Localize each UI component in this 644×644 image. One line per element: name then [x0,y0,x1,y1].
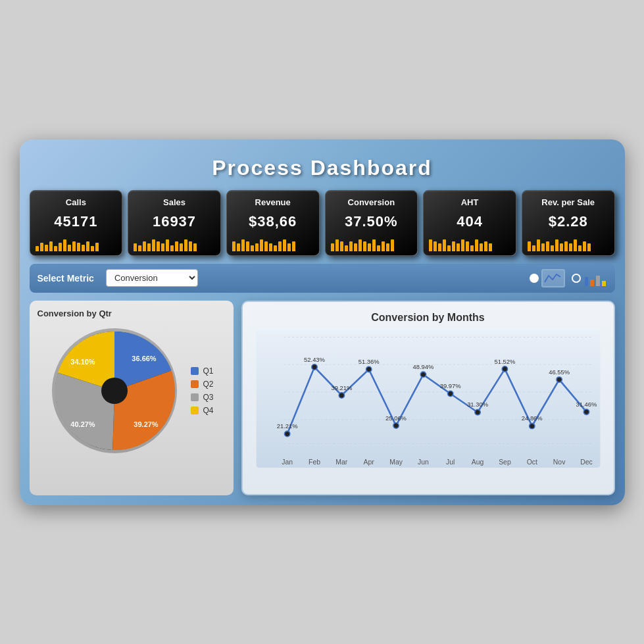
month-label: Apr [363,458,374,465]
sparkline-bar [569,243,572,251]
sparkline-bar [537,239,540,251]
bottom-row: Conversion by Qtr [30,301,615,495]
sparkline-bar [377,245,380,251]
line-chart-svg: 21.21%Jan52.43%Feb39.21%Mar51.36%Apr25.0… [253,330,604,482]
sparkline-bar [541,243,545,251]
sparkline-bar [532,245,535,251]
sparkline-bar [484,241,487,251]
sparkline-bar [68,245,71,251]
sparkline-bar [560,243,563,251]
kpi-sparkline-aht [429,237,510,251]
sparkline-bar [175,241,178,251]
legend-item-Q2: Q2 [191,380,213,389]
sparkline-bar [152,239,155,251]
sparkline-bar [335,239,339,251]
sparkline-bar [255,243,259,251]
legend-item-Q4: Q4 [191,406,213,415]
sparkline-bar [95,243,99,251]
kpi-card-aht: AHT404 [423,190,516,256]
sparkline-bar [363,241,366,251]
kpi-value-aht: 404 [429,213,510,230]
kpi-card-calls: Calls45171 [30,190,123,256]
sparkline-bar [386,243,389,251]
kpi-card-rev-per-sale: Rev. per Sale$2.28 [522,190,615,256]
sparkline-bar [40,243,43,251]
sparkline-bar [237,243,240,251]
sparkline-bar [587,243,591,251]
sparkline-bar [63,239,66,251]
pie-svg: 36.66% 39.27% 40.27% 34.10% [49,325,180,457]
sparkline-bar [143,241,146,251]
svg-text:36.66%: 36.66% [132,355,157,362]
data-label: 39.21% [331,384,352,391]
kpi-card-conversion: Conversion37.50% [325,190,418,256]
sparkline-bar [278,241,282,251]
sparkline-bar [546,241,549,251]
sparkline-bar [583,241,586,251]
bar-chart-radio[interactable] [572,269,607,287]
sparkline-bar [54,246,57,251]
legend-color [191,393,199,401]
kpi-label-aht: AHT [429,197,510,207]
sparkline-bar [564,241,568,251]
kpi-card-revenue: Revenue$38,66 [226,190,320,256]
legend-color [191,380,199,388]
kpi-value-rev-per-sale: $2.28 [528,213,609,230]
dashboard-title: Process Dashboard [30,149,615,190]
sparkline-bar [466,241,469,251]
pie-chart-title: Conversion by Qtr [37,309,226,318]
sparkline-bar [193,243,197,251]
data-label: 52.43% [304,355,325,362]
chart-type-controls [530,269,607,287]
sparkline-bar [189,241,192,251]
sparkline-bar [147,243,151,251]
sparkline-bar [438,243,441,251]
kpi-label-rev-per-sale: Rev. per Sale [528,197,609,207]
pie-container: 36.66% 39.27% 40.27% 34.10% Q1Q2Q3Q4 [37,325,226,457]
sparkline-bar [391,239,394,251]
data-point [393,422,398,428]
sparkline-bar [59,243,62,251]
sparkline-bar [157,241,160,251]
sparkline-bar [443,239,446,251]
line-radio-indicator [530,274,539,283]
data-point [556,376,561,382]
kpi-sparkline-rev-per-sale [528,237,609,251]
month-label: Jun [417,458,428,465]
data-label: 46.55% [549,368,570,375]
data-point [420,372,426,377]
kpi-sparkline-calls [36,237,117,251]
data-label: 51.36% [358,358,379,365]
sparkline-bar [452,241,455,251]
sparkline-bar [447,245,451,251]
line-chart-section: Conversion by Months 21.21%Jan52.43%Feb3 [241,301,615,495]
kpi-sparkline-revenue [232,237,314,251]
data-label: 21.21% [276,422,297,430]
sparkline-bar [345,245,348,251]
kpi-value-conversion: 37.50% [331,213,412,230]
sparkline-bar [433,241,437,251]
sparkline-bar [489,243,492,251]
sparkline-bar [292,241,295,251]
data-point [311,364,316,369]
kpi-label-calls: Calls [36,197,117,207]
kpi-label-sales: Sales [134,197,215,207]
data-point [366,366,371,372]
pie-chart-area: 36.66% 39.27% 40.27% 34.10% [49,325,180,457]
kpi-sparkline-conversion [331,237,412,251]
select-metric-label: Select Metric [37,273,94,284]
kpi-value-calls: 45171 [36,213,117,230]
legend-label: Q2 [203,380,213,389]
sparkline-bar [180,243,183,251]
kpi-label-revenue: Revenue [232,197,314,207]
line-chart-radio[interactable] [530,269,565,287]
data-label: 24.86% [521,414,542,422]
sparkline-bar [251,245,254,251]
month-label: Mar [335,458,347,465]
svg-text:40.27%: 40.27% [71,420,96,428]
sparkline-bar [528,241,531,251]
sparkline-bar [36,246,39,251]
svg-point-2 [101,378,128,404]
metric-select[interactable]: CallsSalesRevenueConversionAHTRev. per S… [106,269,198,287]
pie-legend: Q1Q2Q3Q4 [191,366,213,415]
